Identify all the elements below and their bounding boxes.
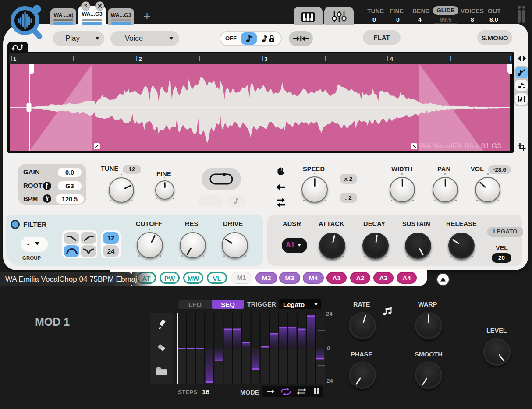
- svg-text:WA VocalFX Blur 01 G3: WA VocalFX Blur 01 G3: [419, 142, 501, 150]
